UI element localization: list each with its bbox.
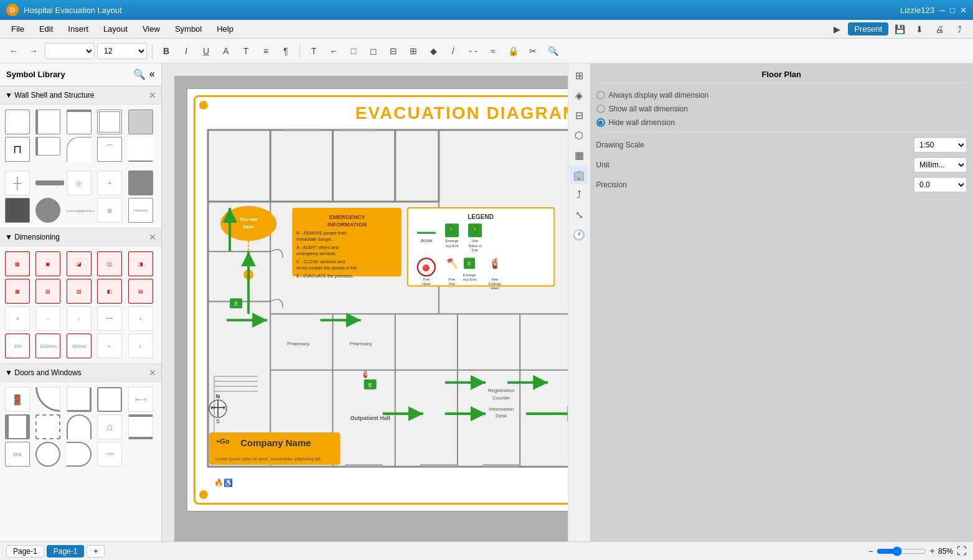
shape-panel-icon[interactable]: ◈ [570,86,588,105]
resize-panel-icon[interactable]: ⤡ [570,205,588,224]
symbol-line1[interactable] [128,137,153,162]
symbol-arc2[interactable]: ⌒ [97,137,122,162]
fit-page-button[interactable]: ⛶ [957,546,967,557]
unit-select[interactable]: Millim... Centimeters Meters Inches [914,157,967,172]
dim-sym7[interactable]: ▧ [35,279,60,304]
align-tool[interactable]: ⊟ [385,42,402,60]
menu-insert[interactable]: Insert [62,22,95,36]
dim-sym2[interactable]: ▣ [35,251,60,276]
collapse-panel-icon[interactable]: « [149,68,155,80]
dim-sym13[interactable]: ↕ [67,306,92,331]
page-1-tab-active[interactable]: Page-1 [47,545,85,558]
dimensioning-close[interactable]: ✕ [149,232,156,242]
undo-button[interactable]: ← [5,42,22,60]
dimensioning-section-header[interactable]: ▼ Dimensioning ✕ [0,228,161,246]
dim-sym5[interactable]: ◨ [128,251,153,276]
zoom-out-button[interactable]: − [868,547,873,556]
dim-sym19[interactable]: ⊾ [97,334,122,358]
window-sym6[interactable] [35,442,60,467]
font-color-button[interactable]: A [217,42,235,60]
dim-sym15[interactable]: ∠ [128,306,153,331]
dash-tool[interactable]: - - [464,42,482,60]
door-sym1[interactable]: 🚪 [5,387,30,412]
hide-wall-radio[interactable] [596,118,605,127]
print-button[interactable]: 🖨 [931,21,948,38]
hide-wall-row[interactable]: Hide wall dimension [596,118,967,127]
symbol-wall4[interactable] [97,110,122,134]
symbol-dot[interactable]: ◎ [67,170,92,195]
dim-sym8[interactable]: ▨ [67,279,92,304]
symbol-circle[interactable] [35,198,60,223]
diagram-canvas[interactable]: EVACUATION DIAGRAM [187,88,568,511]
dim-sym4[interactable]: ◫ [97,251,122,276]
door-sym6[interactable]: ⌂ [97,414,122,439]
symbol-arc1[interactable] [67,137,92,162]
symbol-cross[interactable]: + [97,170,122,195]
layers-panel-icon[interactable]: ⬡ [570,126,588,144]
diagram-panel-icon[interactable]: ▦ [570,146,588,164]
shape2-tool[interactable]: ◻ [365,42,382,60]
door-sym5[interactable]: ⊢⊣ [128,387,153,412]
search-symbols-icon[interactable]: 🔍 [133,68,146,80]
fill-tool[interactable]: ◆ [425,42,442,60]
align-left-button[interactable]: ≡ [257,42,275,60]
lock-tool[interactable]: 🔒 [504,42,522,60]
symbol-wall2[interactable] [35,110,60,134]
symbol-cross2[interactable]: ⊕ [97,198,122,223]
dim-sym18[interactable]: 180mm [67,334,92,358]
window-maximize[interactable]: □ [950,6,955,15]
text-bg-button[interactable]: T [237,42,255,60]
shape-tool[interactable]: □ [345,42,362,60]
text-tool[interactable]: T [305,42,322,60]
bold-button[interactable]: B [157,42,175,60]
window-close[interactable]: ✕ [960,6,967,15]
door-sym3[interactable] [67,387,92,412]
symbol-col1[interactable]: ┼ [5,170,30,195]
distribute-tool[interactable]: ⊞ [405,42,422,60]
symbol-rect-solid[interactable] [128,170,153,195]
dim-sym10[interactable]: ▤ [128,279,153,304]
zoom-slider[interactable] [877,546,926,556]
menu-edit[interactable]: Edit [33,22,59,36]
symbol-wall1[interactable] [5,110,30,134]
door-sym8[interactable]: ⊣⊢ [97,442,122,467]
format-panel-icon[interactable]: ⊞ [570,66,588,85]
symbol-measure[interactable]: measure [128,198,153,223]
menu-file[interactable]: File [5,22,31,36]
dim-sym9[interactable]: ◧ [97,279,122,304]
dim-sym20[interactable]: L [128,334,153,358]
window-sym1[interactable] [5,414,30,439]
doors-windows-close[interactable]: ✕ [149,368,156,378]
symbol-wall3[interactable] [67,110,92,134]
italic-button[interactable]: I [177,42,195,60]
grid-panel-icon[interactable]: ⊟ [570,106,588,124]
door-sym7[interactable] [67,442,92,467]
window-minimize[interactable]: ─ [939,6,945,15]
always-display-row[interactable]: Always display wall dimension [596,91,967,100]
show-all-row[interactable]: Show all wall dimension [596,105,967,113]
dim-sym1[interactable]: ▩ [5,251,30,276]
redo-button[interactable]: → [25,42,42,60]
connector-tool[interactable]: ⌐ [325,42,342,60]
download-button[interactable]: ⬇ [911,21,928,38]
window-sym3[interactable] [67,414,92,439]
show-all-radio[interactable] [596,105,605,113]
dim-sym11[interactable]: ⌀ [5,306,30,331]
symbol-stair2[interactable] [35,137,60,156]
menu-symbol[interactable]: Symbol [169,22,208,36]
present-button[interactable]: Present [848,22,888,35]
search-button[interactable]: 🔍 [544,42,562,60]
save-button[interactable]: 💾 [891,21,908,38]
dim-sym17[interactable]: 1000mm [35,334,60,358]
symbol-stair1[interactable]: ⊓ [5,137,30,162]
always-display-radio[interactable] [596,91,605,100]
symbol-beam[interactable] [35,180,63,185]
export-panel-icon[interactable]: ⤴ [570,185,588,204]
history-panel-icon[interactable]: 🕐 [570,225,588,244]
wall-shell-close[interactable]: ✕ [149,90,156,100]
font-family-select[interactable] [45,43,95,59]
menu-help[interactable]: Help [210,22,240,36]
page-1-tab-inactive[interactable]: Page-1 [6,545,44,558]
drawing-scale-select[interactable]: 1:50 1:100 1:200 [914,138,967,152]
wall-shell-section-header[interactable]: ▼ Wall Shell and Structure ✕ [0,86,161,105]
